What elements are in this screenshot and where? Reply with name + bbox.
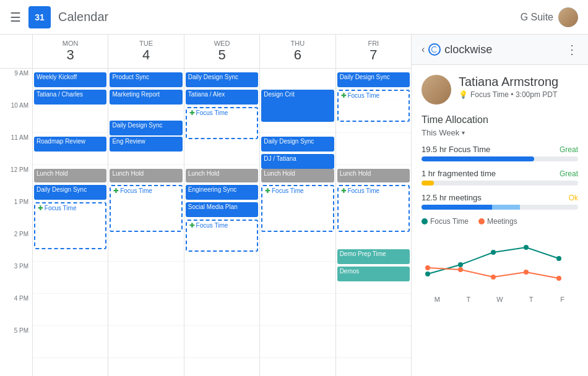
event-marketing-report[interactable]: Marketing Report bbox=[110, 90, 182, 105]
event-lunch-hold-mon[interactable]: Lunch Hold bbox=[34, 169, 106, 182]
dot bbox=[425, 271, 430, 276]
event-focus-time-tue[interactable]: ✚ Focus Time bbox=[110, 185, 182, 232]
calendar-view: MON 3 TUE 4 WED 5 THU 6 FRI 7 bbox=[0, 35, 412, 376]
user-avatar-header[interactable] bbox=[558, 7, 578, 27]
event-focus-time-wed1[interactable]: ✚ Focus Time bbox=[186, 107, 258, 139]
calendar-icon: 31 bbox=[28, 6, 51, 28]
event-lunch-hold-thu[interactable]: Lunch Hold bbox=[261, 169, 334, 182]
event-daily-design-sync-mon[interactable]: Daily Design Sync bbox=[34, 185, 106, 200]
sidebar-more-button[interactable]: ⋮ bbox=[566, 42, 578, 57]
dot bbox=[524, 270, 529, 275]
day-mon: Weekly Kickoff Tatiana / Charles Roadmap… bbox=[32, 69, 108, 376]
chart-label-t2: T bbox=[516, 296, 547, 303]
event-daily-design-sync-thu[interactable]: Daily Design Sync bbox=[261, 137, 334, 152]
day-name-wed: WED bbox=[184, 40, 259, 47]
metric-focus-time-label: 19.5 hr Focus Time bbox=[422, 145, 490, 154]
event-roadmap-review[interactable]: Roadmap Review bbox=[34, 137, 106, 152]
chart-labels: M T W T F bbox=[422, 294, 578, 304]
event-focus-time-fri2[interactable]: ✚ Focus Time bbox=[337, 185, 410, 232]
event-tatiana-charles[interactable]: Tatiana / Charles bbox=[34, 90, 106, 105]
legend-focus-label: Focus Time bbox=[430, 217, 469, 226]
day-thu: Design Crit Daily Design Sync DJ / Tatia… bbox=[259, 69, 335, 376]
dot bbox=[524, 245, 529, 250]
metric-fragmented-bar bbox=[422, 181, 578, 186]
event-social-media-plan[interactable]: Social Media Plan bbox=[186, 202, 258, 217]
chevron-down-icon: ▾ bbox=[462, 129, 465, 136]
metric-meetings-header: 12.5 hr meetings Ok bbox=[422, 193, 578, 202]
chart-label-w: W bbox=[484, 296, 516, 303]
event-focus-time-mon[interactable]: ✚ Focus Time bbox=[34, 202, 106, 249]
legend-focus-time: Focus Time bbox=[422, 217, 469, 226]
metric-focus-time-header: 19.5 hr Focus Time Great bbox=[422, 145, 578, 154]
time-10am: 10 AM bbox=[0, 101, 32, 133]
app-header: ☰ 31 Calendar G Suite bbox=[0, 0, 588, 35]
time-4pm: 4 PM bbox=[0, 294, 32, 326]
day-tue: Product Sync Marketing Report Daily Desi… bbox=[108, 69, 183, 376]
metric-fragmented: 1 hr fragmented time Great bbox=[422, 169, 578, 186]
main-content: MON 3 TUE 4 WED 5 THU 6 FRI 7 bbox=[0, 35, 588, 376]
user-info: Tatiana Armstrong 💡 Focus Time • 3:00pm … bbox=[459, 75, 578, 99]
back-button[interactable]: ‹ bbox=[422, 44, 425, 55]
event-eng-review[interactable]: Eng Review bbox=[110, 137, 182, 152]
chart-label-f: F bbox=[547, 296, 578, 303]
event-daily-design-sync-fri[interactable]: Daily Design Sync bbox=[337, 72, 410, 87]
time-allocation-title: Time Allocation bbox=[422, 114, 578, 126]
app-title: Calendar bbox=[58, 10, 108, 24]
event-product-sync[interactable]: Product Sync bbox=[110, 72, 182, 87]
metric-meetings: 12.5 hr meetings Ok bbox=[422, 193, 578, 210]
metric-fragmented-header: 1 hr fragmented time Great bbox=[422, 169, 578, 178]
metric-fragmented-label: 1 hr fragmented time bbox=[422, 169, 496, 178]
time-2pm: 2 PM bbox=[0, 229, 32, 262]
time-chart: M T W T F bbox=[422, 231, 578, 293]
user-section: Tatiana Armstrong 💡 Focus Time • 3:00pm … bbox=[412, 65, 588, 114]
day-col-fri: FRI 7 bbox=[335, 35, 411, 68]
event-focus-time-wed2[interactable]: ✚ Focus Time bbox=[186, 220, 258, 252]
dot bbox=[556, 256, 561, 261]
time-9am: 9 AM bbox=[0, 69, 32, 101]
day-wed: Daily Design Sync Tatiana / Alex ✚ Focus… bbox=[184, 69, 259, 376]
event-daily-design-sync-wed[interactable]: Daily Design Sync bbox=[186, 72, 258, 87]
day-num-thu: 6 bbox=[260, 47, 335, 63]
calendar-body: 9 AM 10 AM 11 AM 12 PM 1 PM 2 PM 3 PM 4 … bbox=[0, 69, 411, 376]
calendar-header: MON 3 TUE 4 WED 5 THU 6 FRI 7 bbox=[0, 35, 411, 69]
time-1pm: 1 PM bbox=[0, 197, 32, 229]
legend-dot-meetings bbox=[478, 218, 485, 224]
event-focus-time-fri1[interactable]: ✚ Focus Time bbox=[337, 90, 410, 122]
day-num-mon: 3 bbox=[33, 47, 108, 63]
metric-focus-time-status: Great bbox=[560, 145, 578, 154]
day-num-wed: 5 bbox=[184, 47, 259, 63]
event-lunch-hold-tue[interactable]: Lunch Hold bbox=[110, 169, 182, 182]
seg-blue bbox=[422, 205, 492, 210]
metric-focus-time-bar bbox=[422, 156, 578, 161]
metric-meetings-status: Ok bbox=[569, 194, 578, 202]
menu-icon[interactable]: ☰ bbox=[10, 10, 21, 25]
event-design-crit[interactable]: Design Crit bbox=[261, 90, 334, 122]
event-lunch-hold-wed[interactable]: Lunch Hold bbox=[186, 169, 258, 182]
header-center: G Suite bbox=[521, 7, 578, 27]
legend-dot-focus bbox=[422, 218, 428, 224]
gsuite-logo: G Suite bbox=[521, 12, 553, 23]
metric-meetings-bar bbox=[422, 205, 578, 210]
event-daily-design-sync-tue[interactable]: Daily Design Sync bbox=[110, 121, 182, 135]
event-lunch-hold-fri[interactable]: Lunch Hold bbox=[337, 169, 410, 182]
event-focus-time-thu[interactable]: ✚ Focus Time bbox=[261, 185, 334, 232]
event-demo-prep[interactable]: Demo Prep Time bbox=[337, 249, 410, 264]
progress-fill bbox=[422, 181, 434, 186]
event-engineering-sync[interactable]: Engineering Sync bbox=[186, 185, 258, 200]
day-num-fri: 7 bbox=[336, 47, 411, 63]
event-weekly-kickoff[interactable]: Weekly Kickoff bbox=[34, 72, 106, 87]
seg-light bbox=[492, 205, 521, 210]
clockwise-title: clockwise bbox=[444, 43, 492, 56]
day-fri: Daily Design Sync ✚ Focus Time Lunch Hol… bbox=[335, 69, 411, 376]
day-name-thu: THU bbox=[260, 40, 335, 47]
metric-focus-time: 19.5 hr Focus Time Great bbox=[422, 145, 578, 161]
event-demos[interactable]: Demos bbox=[337, 267, 410, 281]
progress-fill bbox=[422, 156, 534, 161]
dot bbox=[491, 250, 496, 255]
user-status: 💡 Focus Time • 3:00pm PDT bbox=[459, 90, 578, 99]
event-dj-tatiana[interactable]: DJ / Tatiana bbox=[261, 154, 334, 169]
this-week-dropdown[interactable]: This Week ▾ bbox=[422, 128, 578, 137]
clockwise-icon bbox=[428, 43, 441, 56]
sidebar-header: ‹ clockwise ⋮ bbox=[412, 35, 588, 65]
event-tatiana-alex[interactable]: Tatiana / Alex bbox=[186, 90, 258, 105]
